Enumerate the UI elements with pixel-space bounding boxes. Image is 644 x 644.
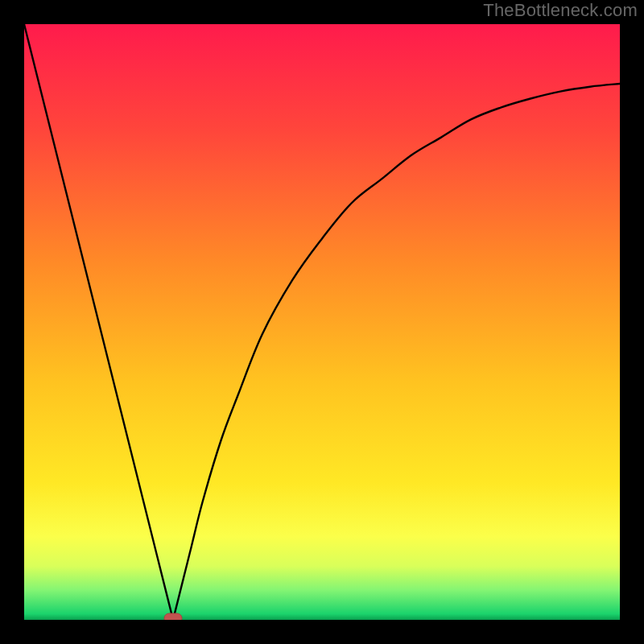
gradient-background — [24, 24, 620, 620]
minimum-marker — [164, 613, 182, 620]
plot-svg — [24, 24, 620, 620]
bottom-frame-bar — [0, 620, 644, 644]
plot-area — [24, 24, 620, 620]
chart-frame: TheBottleneck.com — [0, 0, 644, 644]
watermark-text: TheBottleneck.com — [483, 0, 638, 21]
